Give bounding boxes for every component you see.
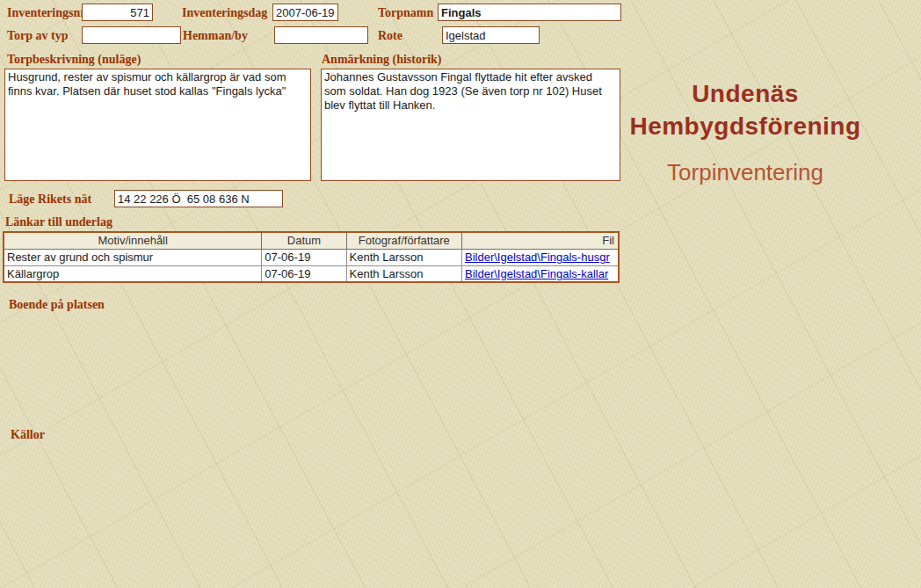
table-header-row: Motiv/innehåll Datum Fotograf/författare… xyxy=(4,232,619,249)
lage-rikets-nat-label: Läge Rikets nät xyxy=(9,192,91,207)
branding-block: Undenäs Hembygdsförening Torpinventering xyxy=(624,77,867,185)
torpbeskrivning-textarea[interactable]: Husgrund, rester av spismur och källargr… xyxy=(4,69,311,181)
rote-label: Rote xyxy=(378,29,402,43)
hemman-by-label: Hemman/by xyxy=(183,29,248,43)
inventeringsdag-input[interactable] xyxy=(272,4,338,21)
anmarkning-textarea[interactable]: Johannes Gustavsson Fingal flyttade hit … xyxy=(321,69,620,181)
fil-cell: Bilder\Igelstad\Fingals-husgr xyxy=(461,249,619,265)
fotograf-cell: Kenth Larsson xyxy=(346,249,461,265)
table-row: Källargrop 07-06-19 Kenth Larsson Bilder… xyxy=(4,265,619,282)
torpbeskrivning-label: Torpbeskrivning (nuläge) xyxy=(7,53,141,67)
table-row: Rester av grund och spismur 07-06-19 Ken… xyxy=(4,249,619,265)
file-link[interactable]: Bilder\Igelstad\Fingals-kallar xyxy=(465,267,608,280)
inventeringsnr-label: Inventeringsnr xyxy=(7,6,85,20)
rote-input[interactable] xyxy=(442,26,540,44)
file-link[interactable]: Bilder\Igelstad\Fingals-husgr xyxy=(465,250,610,264)
lage-rikets-nat-input[interactable] xyxy=(114,190,283,207)
column-header-fotograf: Fotograf/författare xyxy=(346,232,461,249)
fotograf-cell: Kenth Larsson xyxy=(346,265,461,282)
kallor-label: Källor xyxy=(11,428,45,442)
column-header-datum: Datum xyxy=(262,232,346,249)
column-header-motiv: Motiv/innehåll xyxy=(4,232,262,249)
page-subtitle: Torpinventering xyxy=(624,159,867,185)
underlag-links-table: Motiv/innehåll Datum Fotograf/författare… xyxy=(3,231,620,283)
fil-cell: Bilder\Igelstad\Fingals-kallar xyxy=(461,265,619,282)
datum-cell: 07-06-19 xyxy=(262,249,346,265)
column-header-fil: Fil xyxy=(461,232,619,249)
datum-cell: 07-06-19 xyxy=(262,265,346,282)
motiv-cell: Källargrop xyxy=(4,265,262,282)
org-title-line1: Undenäs xyxy=(624,77,867,110)
motiv-cell: Rester av grund och spismur xyxy=(4,249,262,265)
org-title-line2: Hembygdsförening xyxy=(624,110,867,142)
anmarkning-label: Anmärkning (historik) xyxy=(322,53,442,67)
torpnamn-input[interactable] xyxy=(438,4,621,21)
torp-av-typ-label: Torp av typ xyxy=(7,29,69,43)
hemman-by-input[interactable] xyxy=(274,26,368,44)
lankar-till-underlag-label: Länkar till underlag xyxy=(5,215,112,229)
torpinventering-form-page: Inventeringsnr Inventeringsdag Torpnamn … xyxy=(0,0,921,588)
inventeringsdag-label: Inventeringsdag xyxy=(182,6,267,20)
torpnamn-label: Torpnamn xyxy=(378,6,433,20)
inventeringsnr-input[interactable] xyxy=(82,4,153,21)
boende-pa-platsen-label: Boende på platsen xyxy=(9,298,105,312)
torp-av-typ-input[interactable] xyxy=(82,26,181,44)
